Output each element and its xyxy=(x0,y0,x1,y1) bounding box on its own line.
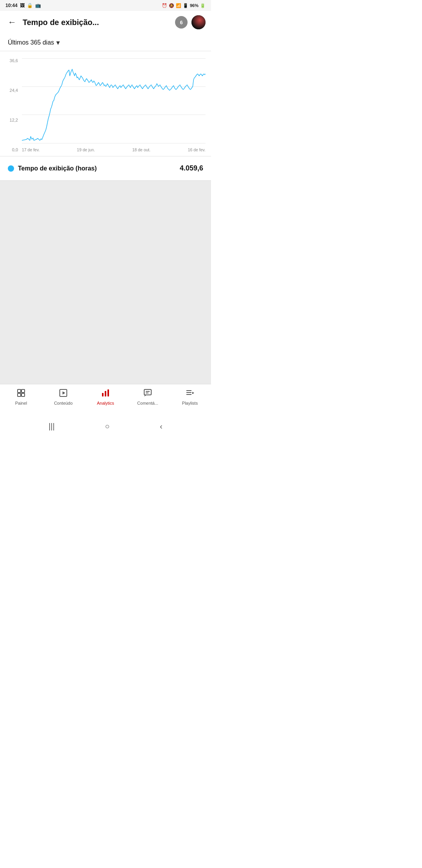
svg-rect-0 xyxy=(18,389,21,393)
svg-marker-5 xyxy=(63,391,65,395)
status-left: 10:44 🖼 🔒 📺 xyxy=(5,3,41,8)
avatar-image xyxy=(191,15,206,29)
chart-container: 36,6 24,4 12,2 0,0 xyxy=(0,51,211,156)
wifi-icon: 📶 xyxy=(176,3,181,8)
x-label-2: 19 de jun. xyxy=(77,147,95,152)
svg-marker-16 xyxy=(192,392,194,394)
page-title: Tempo de exibição... xyxy=(23,18,171,27)
notification-badge[interactable]: 6 xyxy=(175,16,188,29)
nav-label-playlists: Playlists xyxy=(182,401,198,405)
x-axis: 17 de fev. 19 de jun. 18 de out. 16 de f… xyxy=(22,143,206,152)
mute-icon: 🔕 xyxy=(169,3,174,8)
battery-percent: 96% xyxy=(190,3,198,8)
svg-rect-3 xyxy=(21,393,25,396)
nav-item-comentarios[interactable]: Comentá... xyxy=(127,387,169,405)
svg-rect-9 xyxy=(144,389,151,395)
legend-value: 4.059,6 xyxy=(180,164,203,172)
date-filter-label: Últimos 365 dias xyxy=(8,39,54,46)
y-label-mid1: 24,4 xyxy=(5,88,20,93)
y-axis: 36,6 24,4 12,2 0,0 xyxy=(5,58,20,152)
nav-label-painel: Painel xyxy=(15,401,27,405)
nav-item-conteudo[interactable]: Conteúdo xyxy=(42,387,84,405)
alarm-icon: ⏰ xyxy=(162,3,167,8)
date-filter[interactable]: Últimos 365 dias ▾ xyxy=(0,34,211,51)
playlists-icon xyxy=(185,388,195,399)
legend-dot xyxy=(8,165,14,172)
page-layout: 10:44 🖼 🔒 📺 ⏰ 🔕 📶 📱 96% 🔋 ← Tempo de exi… xyxy=(0,0,211,434)
nav-item-analytics[interactable]: Analytics xyxy=(84,387,127,405)
android-menu-button[interactable]: ||| xyxy=(48,422,55,431)
android-nav-bar: ||| ○ ‹ xyxy=(0,418,211,434)
svg-rect-8 xyxy=(107,389,109,396)
chart-inner xyxy=(22,58,206,143)
security-icon: 🔒 xyxy=(27,3,33,8)
grey-area xyxy=(0,181,211,384)
y-label-bottom: 0,0 xyxy=(5,147,20,152)
signal-icon: 📱 xyxy=(183,3,188,8)
comentarios-icon xyxy=(143,388,152,399)
legend-row: Tempo de exibição (horas) 4.059,6 xyxy=(0,156,211,181)
bottom-nav: Painel Conteúdo Analytics xyxy=(0,384,211,418)
legend-label: Tempo de exibição (horas) xyxy=(18,165,97,172)
y-label-mid2: 12,2 xyxy=(5,118,20,122)
back-button[interactable]: ← xyxy=(5,16,19,29)
chart-svg xyxy=(22,58,206,143)
nav-label-conteudo: Conteúdo xyxy=(54,401,73,405)
svg-rect-1 xyxy=(21,389,25,393)
photo-icon: 🖼 xyxy=(20,3,25,8)
legend-left: Tempo de exibição (horas) xyxy=(8,165,97,172)
avatar[interactable] xyxy=(191,15,206,29)
x-label-3: 18 de out. xyxy=(132,147,150,152)
nav-label-analytics: Analytics xyxy=(97,401,114,405)
android-home-button[interactable]: ○ xyxy=(105,422,109,431)
status-right: ⏰ 🔕 📶 📱 96% 🔋 xyxy=(162,3,206,8)
svg-rect-2 xyxy=(18,393,21,396)
svg-rect-7 xyxy=(105,391,106,396)
nav-item-painel[interactable]: Painel xyxy=(0,387,42,405)
content-area: 36,6 24,4 12,2 0,0 xyxy=(0,51,211,384)
svg-rect-6 xyxy=(102,393,104,396)
painel-icon xyxy=(16,388,26,399)
analytics-icon xyxy=(101,388,110,399)
app-bar: ← Tempo de exibição... 6 xyxy=(0,11,211,34)
nav-item-playlists[interactable]: Playlists xyxy=(169,387,211,405)
chevron-down-icon: ▾ xyxy=(56,38,60,47)
battery-icon: 🔋 xyxy=(200,3,206,8)
x-label-4: 16 de fev. xyxy=(188,147,206,152)
cast-icon: 📺 xyxy=(35,3,41,8)
chart-wrap: 36,6 24,4 12,2 0,0 xyxy=(5,58,206,152)
android-back-button[interactable]: ‹ xyxy=(160,422,163,431)
nav-label-comentarios: Comentá... xyxy=(137,401,158,405)
x-label-1: 17 de fev. xyxy=(22,147,39,152)
status-time: 10:44 xyxy=(5,3,18,8)
status-bar: 10:44 🖼 🔒 📺 ⏰ 🔕 📶 📱 96% 🔋 xyxy=(0,0,211,11)
conteudo-icon xyxy=(59,388,68,399)
y-label-top: 36,6 xyxy=(5,58,20,63)
